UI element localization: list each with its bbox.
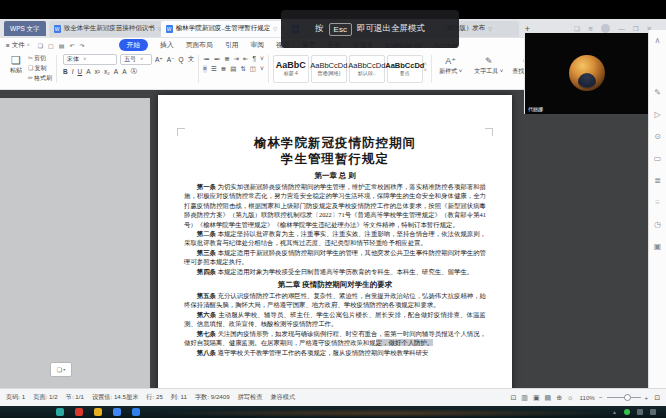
eraser-icon[interactable]: ▭: [654, 154, 662, 163]
font-name-select[interactable]: 宋体˅: [63, 54, 117, 65]
taskbar-app-icon[interactable]: [75, 408, 83, 416]
full-screen-icon[interactable]: ⊡: [510, 394, 516, 402]
subscript-button[interactable]: x₂: [104, 68, 110, 75]
zoom-in-button[interactable]: +: [645, 394, 649, 401]
style-gallery-arrows[interactable]: ˄˅: [424, 54, 427, 80]
bold-button[interactable]: B: [63, 68, 68, 75]
screenshot-icon[interactable]: ▣: [654, 242, 662, 251]
settings-icon[interactable]: ≋: [588, 25, 593, 33]
paragraph-format-icon[interactable]: ≣: [221, 65, 226, 73]
paste-button[interactable]: ❏ 粘贴: [6, 54, 26, 75]
paragraph-format-icon[interactable]: ⇥: [234, 55, 239, 63]
collapse-chevron-icon[interactable]: ∧: [655, 36, 661, 45]
increase-font-icon[interactable]: A⁺: [155, 56, 163, 64]
file-menu[interactable]: ≡ 文件 ˅: [6, 41, 30, 50]
superscript-button[interactable]: x²: [95, 68, 100, 75]
clear-format-icon[interactable]: Q: [179, 56, 184, 63]
laser-icon[interactable]: ⊙: [654, 132, 661, 141]
new-tab-button[interactable]: +: [525, 24, 530, 34]
style-item-标题 4[interactable]: AaBbC标题 4: [273, 55, 309, 83]
wps-app-button[interactable]: WPS 文字: [4, 21, 46, 36]
undo-icon[interactable]: ↶: [69, 42, 74, 49]
新样式-button[interactable]: A⁺新样式 ˅: [436, 55, 466, 76]
fit-page-icon[interactable]: ⊡: [654, 394, 660, 402]
status-item[interactable]: 拼写检查: [238, 393, 263, 402]
status-item[interactable]: 页面: 1/2: [33, 393, 57, 402]
restore-icon[interactable]: ❐: [633, 25, 639, 33]
status-item[interactable]: 设置值: 14.5厘米: [92, 393, 138, 402]
font-size-select[interactable]: 五号˅: [120, 54, 152, 65]
strike-button[interactable]: A: [86, 68, 90, 75]
timer-icon[interactable]: ◷: [654, 220, 661, 229]
highlight-color-button[interactable]: A: [114, 68, 118, 75]
print-layout-icon[interactable]: ▣: [533, 394, 540, 402]
paragraph-format-icon[interactable]: ˅: [260, 55, 264, 63]
style-item-普通(网络)[interactable]: AaBbCcDd普通(网络): [311, 55, 347, 83]
ribbon-tab-插入[interactable]: 插入: [160, 40, 174, 50]
status-item[interactable]: 节: 1/1: [66, 393, 84, 402]
paragraph-format-icon[interactable]: ˅: [260, 65, 264, 73]
pen-icon[interactable]: ✎: [654, 88, 661, 97]
paragraph-format-icon[interactable]: ≣: [224, 55, 229, 63]
eye-protect-icon[interactable]: ☼: [567, 394, 573, 402]
style-item-默认段..[interactable]: AaBbCcDd默认段..: [349, 55, 385, 83]
zoom-slider[interactable]: [607, 397, 641, 398]
skin-icon[interactable]: ❏: [574, 25, 580, 33]
paragraph-format-icon[interactable]: ≡: [203, 65, 207, 73]
tray-icon[interactable]: [637, 409, 643, 415]
ribbon-tab-开始[interactable]: 开始: [119, 39, 149, 51]
status-item[interactable]: 页码: 1: [6, 393, 25, 402]
print-icon[interactable]: ▤: [59, 42, 65, 49]
tray-icon[interactable]: [650, 409, 656, 415]
paragraph-format-icon[interactable]: ¶: [253, 55, 257, 63]
status-item[interactable]: 列: 11: [171, 393, 187, 402]
ribbon-tab-审阅[interactable]: 审阅: [250, 40, 264, 50]
redo-icon[interactable]: ↷: [79, 42, 84, 49]
decrease-font-icon[interactable]: A⁻: [167, 56, 175, 64]
paste-options-button[interactable]: ❏▾: [50, 362, 72, 377]
open-file-icon[interactable]: ▢: [48, 42, 54, 49]
pointer-icon[interactable]: ▷: [654, 110, 660, 119]
italic-button[interactable]: I: [72, 68, 74, 75]
复制-button[interactable]: ❏复制: [28, 64, 52, 73]
minimize-icon[interactable]: —: [618, 25, 625, 32]
paragraph-format-icon[interactable]: ≔: [203, 55, 210, 63]
paragraph-format-icon[interactable]: ☰: [211, 65, 217, 73]
格式刷-button[interactable]: ✏格式刷: [28, 74, 52, 83]
paragraph-format-icon[interactable]: ⇅: [240, 65, 245, 73]
tray-chevron-icon[interactable]: ▲: [612, 409, 617, 415]
zoom-out-button[interactable]: −: [599, 394, 603, 401]
shapes-icon[interactable]: ≣: [654, 176, 661, 185]
char-shading-button[interactable]: Ⓐ: [130, 67, 137, 76]
文字工具-button[interactable]: ✎文字工具 ˅: [474, 55, 504, 76]
paragraph-format-icon[interactable]: ▤: [230, 65, 236, 73]
paragraph-format-icon[interactable]: ⇤: [243, 55, 248, 63]
tab-vaccine-proposal[interactable]: W 致全体学生新冠疫苗接种倡议书 ▽: [49, 21, 161, 37]
user-avatar[interactable]: [601, 24, 610, 33]
status-item[interactable]: 兼容模式: [270, 393, 295, 402]
zoom-slider-knob[interactable]: [624, 394, 631, 401]
taskbar-app-icon[interactable]: [113, 408, 121, 416]
paragraph-format-icon[interactable]: ≕: [214, 55, 221, 63]
ribbon-tab-引用[interactable]: 引用: [225, 40, 239, 50]
new-file-icon[interactable]: ❏: [38, 42, 43, 49]
taskbar-app-icon[interactable]: [132, 408, 140, 416]
pinyin-icon[interactable]: 文: [188, 55, 195, 64]
taskbar-app-icon[interactable]: [56, 408, 64, 416]
tray-green-status-icon[interactable]: [624, 409, 630, 415]
ribbon-tab-页面布局[interactable]: 页面布局: [186, 40, 213, 50]
剪切-button[interactable]: ✂剪切: [28, 54, 52, 63]
underline-button[interactable]: U: [78, 68, 83, 75]
webcam-overlay[interactable]: 代丽娜: [524, 33, 648, 114]
tab-regulation-active[interactable]: W 榆林学院新冠疫..生管理暂行规定 ▽ ✕: [161, 21, 287, 37]
outline-icon[interactable]: ⊕: [556, 394, 562, 402]
whiteboard-icon[interactable]: ≡: [655, 198, 660, 207]
document-page[interactable]: 榆林学院新冠疫情防控期间学生管理暂行规定 第一章 总 则第一条 为切实加强新冠肺…: [158, 95, 512, 388]
taskbar-app-icon[interactable]: [94, 408, 102, 416]
status-item[interactable]: 行: 25: [146, 393, 163, 402]
read-mode-icon[interactable]: ▥: [521, 394, 528, 402]
status-item[interactable]: 字数: 9/2409: [195, 393, 230, 402]
web-layout-icon[interactable]: ▤: [545, 394, 552, 402]
font-color-button[interactable]: A: [122, 68, 126, 75]
style-item-要点[interactable]: AaBbCcDd要点: [387, 55, 423, 83]
